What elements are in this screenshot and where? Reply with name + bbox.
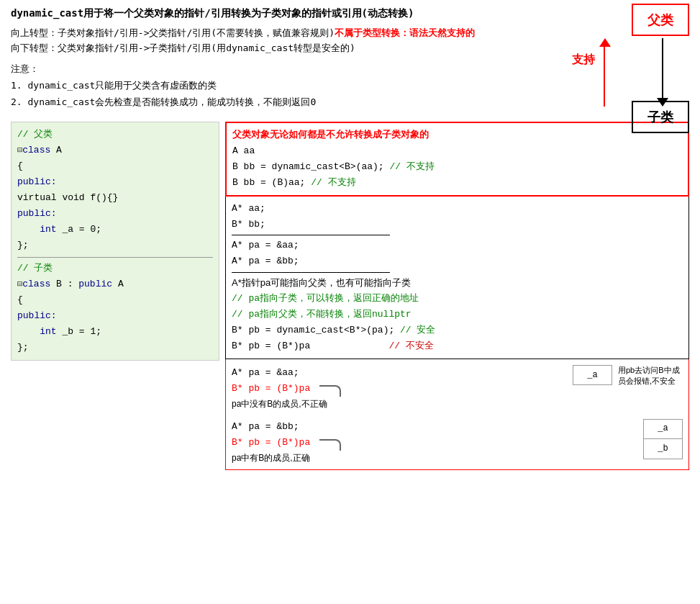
- rm-line9: B* pb = (B*)pa // 不安全: [232, 338, 683, 354]
- mem-box-a1: _a: [573, 365, 612, 385]
- rt-line2: B bb = dynamic_cast<B>(aa); // 不支持: [232, 159, 682, 175]
- rt-line1: A aa: [232, 143, 682, 159]
- rm-safe: // 安全: [400, 325, 435, 335]
- class-b-public: public: [78, 279, 118, 289]
- virtual-f: virtual void f(){}: [17, 190, 213, 206]
- intro-line1-normal: 向上转型：子类对象指针/引用->父类指针/引用(不需要转换，赋值兼容规则): [11, 27, 335, 38]
- support-arrow-line: [604, 45, 605, 107]
- class-a-collapse: ⊟class A: [17, 143, 213, 158]
- rm-line2: B* bb;: [232, 217, 683, 233]
- mem-section1: A* pa = &aa; B* pb = (B*)pa pa中没有B的成员,不正…: [232, 365, 683, 412]
- note2-line: 2. dynamic_cast会先检查是否能转换成功，能成功转换，不能则返回0: [11, 94, 550, 110]
- comment-child: // 子类: [17, 261, 213, 276]
- rm-line4: A* pa = &bb;: [232, 253, 683, 269]
- rb-line4: A* pa = &bb;: [232, 419, 643, 435]
- intro-line2: 向下转型：父类对象指针/引用->子类指针/引用(用dynamic_cast转型是…: [11, 41, 550, 56]
- left-panel: // 父类 ⊟class A { public: virtual void f(…: [11, 122, 219, 361]
- rm-unsafe: // 不安全: [388, 341, 433, 351]
- note-section: 注意： 1. dynamic_cast只能用于父类含有虚函数的类 2. dyna…: [11, 60, 550, 111]
- note1-boxed: 父类含有虚函数的类: [132, 80, 217, 91]
- support-arrow-container: 支持: [597, 38, 612, 68]
- int-keyword-b: int: [40, 326, 56, 337]
- child-label: 子类: [647, 109, 673, 126]
- class-b-collapse: ⊟class B : public A: [17, 276, 213, 292]
- right-bottom-panel: A* pa = &aa; B* pb = (B*)pa pa中没有B的成员,不正…: [225, 359, 689, 470]
- class-b-a: A: [118, 279, 124, 289]
- box2-label1: _a: [658, 421, 668, 436]
- mem-codes1: A* pa = &aa; B* pb = (B*)pa pa中没有B的成员,不正…: [232, 365, 573, 412]
- curve-arrow2: [319, 439, 341, 451]
- rm-line6: // pa指向子类，可以转换，返回正确的地址: [232, 291, 683, 307]
- mem-section2: A* pa = &bb; B* pb = (B*)pa pa中有B的成员,正确 …: [232, 419, 683, 466]
- rm-comment2: // pa指向父类，不能转换，返回nullptr: [232, 309, 412, 320]
- rb-line6: pa中有B的成员,正确: [232, 451, 643, 465]
- rb-line3: pa中没有B的成员,不正确: [232, 397, 573, 411]
- class-b-keyword: class: [22, 279, 56, 289]
- brace-open2: {: [17, 292, 213, 308]
- rm-line1: A* aa;: [232, 201, 683, 217]
- int-keyword-a: int: [40, 224, 56, 235]
- brace-open: {: [17, 158, 213, 174]
- rm-divider2: [232, 272, 390, 273]
- comment-parent: // 父类: [17, 127, 213, 143]
- brace-close-b: };: [17, 340, 213, 356]
- public2: public:: [17, 206, 213, 222]
- intro-line1-bold: 不属于类型转换：语法天然支持的: [335, 27, 475, 38]
- right-panels: 父类对象无论如何都是不允许转换成子类对象的 A aa B bb = dynami…: [225, 122, 689, 470]
- rb-line1: A* pa = &aa;: [232, 365, 573, 381]
- child-box: 子类: [632, 101, 689, 133]
- intro-title: dynamic_cast用于将一个父类对象的指针/引用转换为子类对象的指针或引用…: [11, 7, 550, 20]
- rm-divider1: [232, 235, 390, 235]
- intro-section: dynamic_cast用于将一个父类对象的指针/引用转换为子类对象的指针或引用…: [11, 7, 550, 111]
- down-arrow-line: [662, 38, 663, 99]
- rt-comment1: // 不支持: [389, 161, 434, 172]
- public1: public:: [17, 174, 213, 190]
- right-middle-panel: A* aa; B* bb; A* pa = &aa; A* pa = &bb; …: [225, 197, 689, 359]
- class-a-name: A: [56, 145, 62, 155]
- main-container: dynamic_cast用于将一个父类对象的指针/引用转换为子类对象的指针或引用…: [0, 0, 700, 477]
- note1-text: 1. dynamic_cast只能用于: [11, 80, 132, 91]
- box1-label: _a: [587, 368, 597, 382]
- class-b-name: B :: [56, 279, 78, 289]
- support-arrow: [597, 38, 612, 110]
- note1-line: 1. dynamic_cast只能用于父类含有虚函数的类: [11, 77, 550, 94]
- rb-line2: B* pb = (B*)pa: [232, 381, 573, 397]
- class-a-keyword: class: [22, 145, 56, 155]
- box2-label2: _b: [658, 441, 668, 456]
- mem-boxes2: _a _b: [643, 419, 683, 459]
- support-arrow-head: [599, 38, 611, 47]
- rm-line7: // pa指向父类，不能转换，返回nullptr: [232, 307, 683, 323]
- int-a: int _a = 0;: [17, 222, 213, 238]
- rt-comment2: // 不支持: [311, 177, 355, 188]
- rb-line5: B* pb = (B*)pa: [232, 435, 643, 451]
- mem-box-b: _b: [643, 439, 683, 459]
- parent-box: 父类: [632, 4, 689, 36]
- int-b: int _b = 1;: [17, 324, 213, 340]
- rt-line3: B bb = (B)aa; // 不支持: [232, 175, 682, 191]
- annotation1: 用pb去访问B中成员会报错,不安全: [618, 365, 683, 387]
- spacer: [232, 412, 683, 418]
- rm-line8: B* pb = dynamic_cast<B*>(pa); // 安全: [232, 323, 683, 338]
- note-label: 注意：: [11, 60, 550, 77]
- rm-comment1: // pa指向子类，可以转换，返回正确的地址: [232, 293, 419, 304]
- brace-close-a: };: [17, 238, 213, 253]
- intro-line1: 向上转型：子类对象指针/引用->父类指针/引用(不需要转换，赋值兼容规则)不属于…: [11, 26, 550, 41]
- separator-line: [17, 257, 213, 258]
- rm-line5: A*指针pa可能指向父类，也有可能指向子类: [232, 275, 683, 291]
- mem-box-a2: _a: [643, 419, 683, 439]
- diagram-area: 父类 支持 子类: [560, 4, 689, 133]
- curve-arrow1: [319, 385, 341, 397]
- parent-label: 父类: [647, 12, 673, 29]
- mem-boxes1: _a: [573, 365, 612, 385]
- rm-line3: A* pa = &aa;: [232, 238, 683, 253]
- public3: public:: [17, 308, 213, 324]
- panels-container: // 父类 ⊟class A { public: virtual void f(…: [11, 122, 689, 470]
- mem-codes2: A* pa = &bb; B* pb = (B*)pa pa中有B的成员,正确: [232, 419, 643, 466]
